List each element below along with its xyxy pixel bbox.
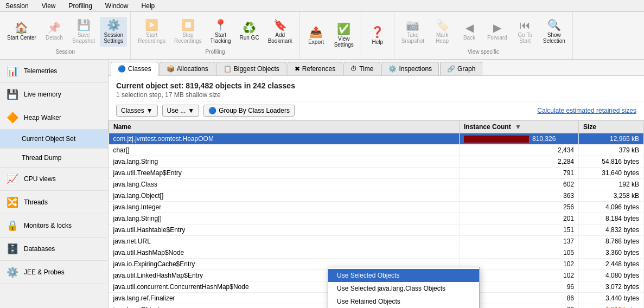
tab-biggest-objects[interactable]: 📋 Biggest Objects: [216, 62, 286, 75]
tab-time[interactable]: ⏱ Time: [343, 62, 380, 75]
col-instance-count[interactable]: Instance Count ▼: [460, 121, 579, 133]
ctx-use-selected-objects[interactable]: Use Selected Objects: [328, 269, 479, 282]
sidebar-item-threads[interactable]: 🔀 Threads: [0, 191, 108, 214]
sidebar-item-thread-dump[interactable]: Thread Dump: [0, 149, 108, 168]
tab-classes[interactable]: 🔵 Classes: [111, 62, 158, 76]
sidebar-item-jee-probes[interactable]: ⚙️ JEE & Probes: [0, 261, 108, 284]
object-set-header: Current object set: 819,482 objects in 2…: [109, 76, 644, 101]
use-dropdown[interactable]: Use ... ▼: [162, 105, 200, 117]
menu-bar: Session View Profiling Window Help: [0, 0, 644, 12]
monitors-locks-icon: 🔒: [7, 220, 18, 232]
cell-count: 256: [460, 202, 579, 213]
session-settings-button[interactable]: ⚙️ SessionSettings: [100, 17, 127, 47]
start-recordings-button[interactable]: ▶️ StartRecordings: [134, 17, 169, 47]
inspections-tab-icon: ⚙️: [388, 65, 397, 73]
view-settings-button[interactable]: ✅ ViewSettings: [330, 21, 358, 50]
classes-tab-icon: 🔵: [118, 65, 126, 73]
stop-rec-icon: ⏹️: [181, 20, 195, 30]
table-row[interactable]: java.lang.Object[]3633,258 kB: [109, 190, 644, 202]
table-row[interactable]: char[]2,434379 kB: [109, 145, 644, 156]
table-row[interactable]: java.util.TreeMap$Entry79131,640 bytes: [109, 168, 644, 179]
cell-count: 363: [460, 190, 579, 202]
detach-label: Detach: [46, 35, 63, 41]
tab-graph[interactable]: 🔗 Graph: [440, 62, 482, 75]
cell-size: 8,184 bytes: [579, 213, 644, 224]
back-button[interactable]: ◀ Back: [456, 17, 482, 47]
start-tracking-button[interactable]: 📍 StartTracking: [207, 17, 235, 47]
go-to-start-button[interactable]: ⏮ Go ToStart: [512, 17, 538, 47]
menu-view[interactable]: View: [39, 1, 59, 11]
sidebar-item-heap-walker[interactable]: 🔶 Heap Walker: [0, 106, 108, 130]
cell-size: 31,640 bytes: [579, 168, 644, 179]
menu-profiling[interactable]: Profiling: [66, 1, 95, 11]
cell-size: 192 kB: [579, 179, 644, 190]
cell-name: java.lang.Object[]: [109, 190, 460, 202]
export-button[interactable]: 📤 Export: [303, 21, 329, 50]
cell-size: 3,258 kB: [579, 190, 644, 202]
table-row[interactable]: java.lang.Class602192 kB: [109, 179, 644, 190]
cell-size: 12,965 kB: [579, 133, 644, 145]
sidebar-item-databases[interactable]: 🗄️ Databases: [0, 238, 108, 261]
mark-heap-button[interactable]: 🏷️ MarkHeap: [429, 17, 455, 47]
save-snapshot-button[interactable]: 💾 SaveSnapshot: [68, 17, 99, 47]
group-by-class-loaders-button[interactable]: 🔵 Group By Class Loaders: [203, 105, 295, 117]
cell-size: 4,096 bytes: [579, 202, 644, 213]
forward-button[interactable]: ▶ Forward: [483, 17, 511, 47]
sidebar-item-monitors-locks[interactable]: 🔒 Monitors & locks: [0, 214, 108, 238]
sidebar-item-current-object-set[interactable]: Current Object Set: [0, 130, 108, 149]
classes-dropdown[interactable]: Classes ▼: [116, 105, 158, 117]
ctx-use-selected-java-lang[interactable]: Use Selected java.lang.Class Objects: [328, 282, 479, 295]
show-selection-button[interactable]: 🔍 ShowSelection: [539, 17, 569, 47]
toolbar-group-view-specific: 📷 TakeSnapshot 🏷️ MarkHeap ◀ Back ▶ Forw…: [394, 12, 573, 59]
tab-references[interactable]: ✖ References: [288, 62, 342, 75]
classes-table-container: Name Instance Count ▼ Size com.jzj.jvmte…: [109, 120, 644, 308]
cell-size: 1,312 bytes: [579, 304, 644, 309]
use-dropdown-arrow: ▼: [188, 107, 194, 114]
home-icon: 🏠: [15, 22, 28, 33]
table-row[interactable]: com.jzj.jvmtest.oomtest.HeapOOM810,32612…: [109, 133, 644, 145]
cell-size: 3,360 bytes: [579, 247, 644, 259]
table-row[interactable]: java.lang.String2,28454,816 bytes: [109, 156, 644, 168]
stop-recordings-button[interactable]: ⏹️ StopRecordings: [170, 17, 206, 47]
menu-help[interactable]: Help: [138, 1, 158, 11]
cell-size: 379 kB: [579, 145, 644, 156]
start-center-label: Start Center: [7, 35, 36, 41]
col-size[interactable]: Size: [579, 121, 644, 133]
calculate-retained-sizes-link[interactable]: Calculate estimated retained sizes: [537, 107, 636, 114]
object-set-title: Current object set: 819,482 objects in 2…: [116, 81, 636, 90]
save-snapshot-label: SaveSnapshot: [72, 32, 95, 44]
table-row[interactable]: java.lang.String[]2018,184 bytes: [109, 213, 644, 224]
take-snapshot-label: TakeSnapshot: [401, 32, 424, 44]
toolbar-group-profiling: ▶️ StartRecordings ⏹️ StopRecordings 📍 S…: [131, 12, 299, 59]
menu-window[interactable]: Window: [102, 1, 132, 11]
run-gc-button[interactable]: ♻️ Run GC: [236, 17, 263, 47]
help-icon: ❓: [371, 27, 384, 37]
classes-dropdown-label: Classes: [121, 107, 144, 114]
current-object-set-label: Current Object Set: [22, 135, 75, 143]
go-to-start-icon: ⏮: [520, 20, 531, 30]
col-name[interactable]: Name: [109, 121, 460, 133]
cell-count: 2,284: [460, 156, 579, 168]
table-row[interactable]: java.net.URL1378,768 bytes: [109, 236, 644, 247]
cell-size: 54,816 bytes: [579, 156, 644, 168]
menu-session[interactable]: Session: [2, 1, 32, 11]
detach-button[interactable]: 📌 Detach: [41, 17, 67, 47]
help-button[interactable]: ❓ Help: [365, 24, 391, 48]
heap-walker-icon: 🔶: [7, 112, 18, 124]
take-snapshot-button[interactable]: 📷 TakeSnapshot: [398, 17, 428, 47]
main-layout: 📊 Telemetries 💾 Live memory 🔶 Heap Walke…: [0, 60, 644, 308]
start-center-button[interactable]: 🏠 Start Center: [3, 17, 40, 47]
tab-allocations[interactable]: 📦 Allocations: [160, 62, 215, 75]
mark-icon: 🏷️: [436, 20, 449, 30]
sidebar-item-telemetries[interactable]: 📊 Telemetries: [0, 60, 108, 83]
sidebar-item-live-memory[interactable]: 💾 Live memory: [0, 83, 108, 106]
table-row[interactable]: java.util.HashMap$Node1053,360 bytes: [109, 247, 644, 259]
sidebar-item-cpu-views[interactable]: 📈 CPU views: [0, 168, 108, 191]
biggest-objects-tab-icon: 📋: [224, 65, 232, 73]
table-row[interactable]: java.util.Hashtable$Entry1514,832 bytes: [109, 224, 644, 236]
ctx-use-retained-objects[interactable]: Use Retained Objects: [328, 295, 479, 308]
cell-count: 201: [460, 213, 579, 224]
tab-inspections[interactable]: ⚙️ Inspections: [381, 62, 439, 75]
add-bookmark-button[interactable]: 🔖 AddBookmark: [264, 17, 296, 47]
table-row[interactable]: java.lang.Integer2564,096 bytes: [109, 202, 644, 213]
